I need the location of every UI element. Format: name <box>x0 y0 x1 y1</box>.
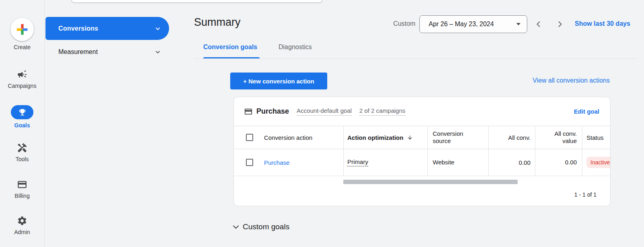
rail-item-campaigns[interactable]: Campaigns <box>0 69 44 89</box>
trophy-icon <box>18 108 27 116</box>
rail-item-goals[interactable]: Goals <box>0 105 44 129</box>
left-icon-rail: Create Campaigns Goals Tools <box>0 0 45 247</box>
show-last-30-days-link[interactable]: Show last 30 days <box>575 20 630 27</box>
plus-icon <box>10 18 34 41</box>
pagination-label: 1 - 1 of 1 <box>574 191 597 198</box>
date-range-picker[interactable]: Apr 26 – May 23, 2024 <box>419 15 527 33</box>
column-header-conversion-source[interactable]: Conversion source <box>427 126 488 149</box>
view-all-conversion-actions-link[interactable]: View all conversion actions <box>533 77 610 84</box>
column-header-all-conv-value[interactable]: All conv. value <box>535 126 582 149</box>
page-title: Summary <box>194 16 241 29</box>
column-header-conversion-action[interactable]: Conversion action <box>264 134 312 141</box>
all-conv-value-value-cell: 0.00 <box>535 149 582 176</box>
chevron-down-icon <box>154 48 162 56</box>
rail-item-label: Goals <box>0 122 44 129</box>
custom-goals-section-toggle[interactable]: Custom goals <box>231 222 289 232</box>
status-badge: Inactive <box>586 157 611 168</box>
column-header-action-optimization[interactable]: Action optimization <box>343 126 427 149</box>
purchase-goal-card: Purchase Account-default goal 2 of 2 cam… <box>233 97 611 206</box>
nav-item-label: Conversions <box>58 25 98 32</box>
date-range-type-label: Custom <box>383 20 415 27</box>
previous-period-button[interactable] <box>534 19 543 29</box>
new-conversion-action-button[interactable]: + New conversion action <box>230 73 327 89</box>
horizontal-scrollbar[interactable] <box>343 180 518 184</box>
search-input[interactable] <box>71 0 322 3</box>
rail-item-label: Billing <box>0 193 44 199</box>
rail-item-label: Campaigns <box>0 83 44 89</box>
custom-goals-label: Custom goals <box>243 222 289 231</box>
rail-item-create[interactable]: Create <box>0 18 44 50</box>
nav-item-measurement[interactable]: Measurement <box>45 43 169 61</box>
all-conv-value-cell: 0.00 <box>488 149 535 176</box>
tabs-divider <box>194 58 638 59</box>
account-default-goal-chip[interactable]: Account-default goal <box>297 107 352 116</box>
edit-goal-link[interactable]: Edit goal <box>574 108 599 115</box>
goal-card-header: Purchase Account-default goal 2 of 2 cam… <box>234 97 610 126</box>
goals-active-pill <box>11 105 33 119</box>
rail-item-tools[interactable]: Tools <box>0 143 44 162</box>
tools-icon <box>17 143 27 153</box>
nav-item-conversions[interactable]: Conversions <box>45 17 169 40</box>
chevron-down-icon <box>231 222 241 232</box>
column-header-status[interactable]: Status <box>582 126 611 149</box>
select-all-checkbox[interactable] <box>246 134 253 141</box>
table-header-row: Conversion action Action optimization Co… <box>234 126 610 149</box>
tab-conversion-goals[interactable]: Conversion goals <box>203 44 257 51</box>
rail-item-admin[interactable]: Admin <box>0 216 44 235</box>
column-header-all-conv[interactable]: All conv. <box>488 126 535 149</box>
rail-item-label: Tools <box>0 156 44 162</box>
optimization-value[interactable]: Primary <box>347 158 368 166</box>
rail-item-label: Create <box>0 44 44 50</box>
tab-diagnostics[interactable]: Diagnostics <box>279 44 312 51</box>
gear-icon <box>17 216 27 226</box>
megaphone-icon <box>17 69 27 80</box>
next-period-button[interactable] <box>555 19 565 29</box>
credit-card-icon <box>17 179 27 190</box>
conversion-action-link[interactable]: Purchase <box>264 159 289 166</box>
goal-title: Purchase <box>256 107 289 116</box>
conversion-source-value: Website <box>427 149 488 176</box>
date-range-value: Apr 26 – May 23, 2024 <box>429 21 494 28</box>
table-row: Purchase Primary Website 0.00 0.00 Inact… <box>234 149 610 176</box>
chevron-down-icon <box>154 25 162 33</box>
caret-down-icon <box>516 23 520 25</box>
rail-item-label: Admin <box>0 229 44 235</box>
sort-descending-icon <box>407 135 413 141</box>
rail-item-billing[interactable]: Billing <box>0 179 44 199</box>
row-checkbox[interactable] <box>246 159 253 166</box>
credit-card-icon <box>244 107 253 116</box>
campaigns-count-chip[interactable]: 2 of 2 campaigns <box>359 107 405 116</box>
nav-item-label: Measurement <box>58 48 98 56</box>
